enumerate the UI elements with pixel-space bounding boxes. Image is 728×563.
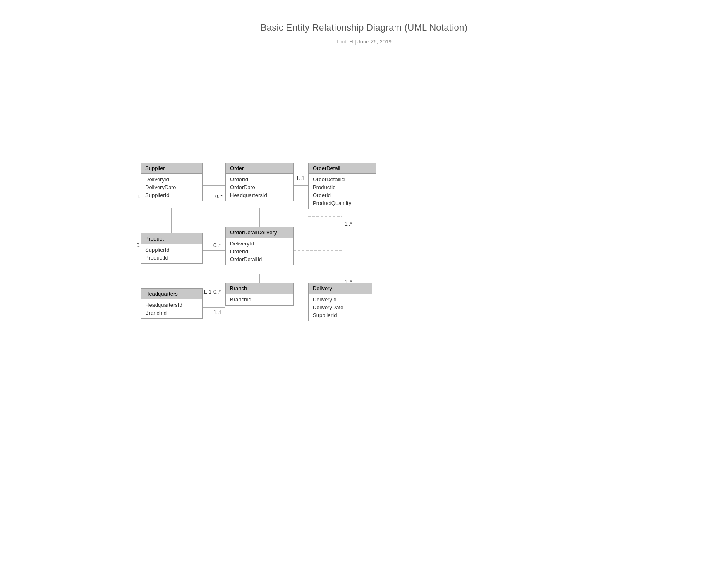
entity-branch-body: BranchId bbox=[226, 294, 293, 305]
field-od-productqty: ProductQuantity bbox=[313, 199, 372, 207]
field-odd-orderid: OrderId bbox=[230, 248, 289, 255]
mult-prod-right: 0..* bbox=[213, 243, 221, 248]
entity-order-header: Order bbox=[226, 163, 293, 174]
field-od-orderid: OrderId bbox=[313, 191, 372, 199]
field-supplier-deliverydate: DeliveryDate bbox=[145, 183, 198, 191]
mult-ord-od-left: 1..1 bbox=[296, 176, 304, 181]
field-hq-hqid: HeadquartersId bbox=[145, 301, 198, 309]
field-product-productid: ProductId bbox=[145, 254, 198, 262]
entity-supplier: Supplier DeliveryId DeliveryDate Supplie… bbox=[141, 163, 203, 201]
mult-br-hq: 1..1 bbox=[213, 310, 222, 315]
entity-product-header: Product bbox=[141, 233, 202, 244]
entity-order: Order OrderId OrderDate HeadquartersId bbox=[225, 163, 294, 201]
entity-order-body: OrderId OrderDate HeadquartersId bbox=[226, 174, 293, 201]
field-order-orderdate: OrderDate bbox=[230, 183, 289, 191]
entity-headquarters: Headquarters HeadquartersId BranchId bbox=[141, 288, 203, 319]
field-hq-branchid: BranchId bbox=[145, 309, 198, 317]
field-order-orderid: OrderId bbox=[230, 176, 289, 183]
entity-orderdetail-body: OrderDetailId ProductId OrderId ProductQ… bbox=[309, 174, 376, 209]
page-title: Basic Entity Relationship Diagram (UML N… bbox=[0, 0, 728, 45]
entity-supplier-header: Supplier bbox=[141, 163, 202, 174]
field-delivery-deliverydate: DeliveryDate bbox=[313, 303, 368, 311]
mult-hq-br-left: 1..1 bbox=[203, 289, 211, 295]
field-delivery-deliveryid: DeliveryId bbox=[313, 296, 368, 303]
mult-od-del2: 1..* bbox=[345, 221, 352, 227]
entity-hq-body: HeadquartersId BranchId bbox=[141, 299, 202, 318]
entity-product: Product SupplierId ProductId bbox=[141, 233, 203, 264]
field-product-supplierid: SupplierId bbox=[145, 246, 198, 254]
field-od-orderdetailid: OrderDetailId bbox=[313, 176, 372, 183]
entity-orderdetail: OrderDetail OrderDetailId ProductId Orde… bbox=[308, 163, 376, 209]
entity-branch-header: Branch bbox=[226, 283, 293, 294]
entity-orderdetaildelivery: OrderDetailDelivery DeliveryId OrderId O… bbox=[225, 227, 294, 265]
field-odd-deliveryid: DeliveryId bbox=[230, 240, 289, 248]
field-odd-orderdetailid: OrderDetailId bbox=[230, 255, 289, 263]
diagram-area: 1..* 0..* 1..1 0..1 1..* 1..* 0..* 0..* … bbox=[0, 53, 728, 550]
field-branch-branchid: BranchId bbox=[230, 296, 289, 303]
entity-branch: Branch BranchId bbox=[225, 283, 294, 306]
entity-delivery: Delivery DeliveryId DeliveryDate Supplie… bbox=[308, 283, 372, 321]
entity-supplier-body: DeliveryId DeliveryDate SupplierId bbox=[141, 174, 202, 201]
entity-product-body: SupplierId ProductId bbox=[141, 244, 202, 263]
field-supplier-supplierid: SupplierId bbox=[145, 191, 198, 199]
field-order-hqid: HeadquartersId bbox=[230, 191, 289, 199]
field-delivery-supplierid: SupplierId bbox=[313, 311, 368, 319]
entity-delivery-body: DeliveryId DeliveryDate SupplierId bbox=[309, 294, 372, 321]
entity-odd-header: OrderDetailDelivery bbox=[226, 227, 293, 238]
entity-odd-body: DeliveryId OrderId OrderDetailId bbox=[226, 238, 293, 265]
field-supplier-deliveryid: DeliveryId bbox=[145, 176, 198, 183]
mult-sup-ord-right: 0..* bbox=[215, 194, 223, 200]
field-od-productid: ProductId bbox=[313, 183, 372, 191]
entity-orderdetail-header: OrderDetail bbox=[309, 163, 376, 174]
mult-hq-br-right: 0..* bbox=[213, 289, 221, 295]
entity-hq-header: Headquarters bbox=[141, 289, 202, 299]
entity-delivery-header: Delivery bbox=[309, 283, 372, 294]
